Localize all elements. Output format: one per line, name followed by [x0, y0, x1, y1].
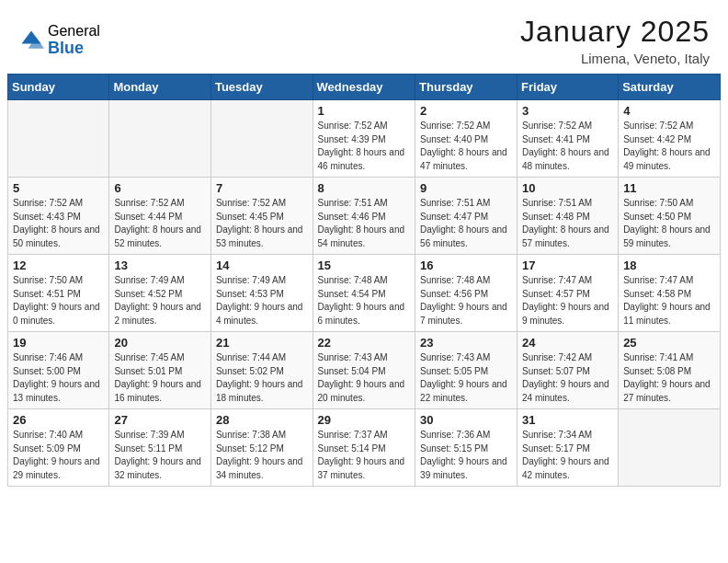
- title-section: January 2025 Limena, Veneto, Italy: [520, 15, 710, 66]
- calendar-cell: 17Sunrise: 7:47 AM Sunset: 4:57 PM Dayli…: [518, 255, 619, 332]
- day-info: Sunrise: 7:46 AM Sunset: 5:00 PM Dayligh…: [13, 351, 104, 405]
- logo-icon: [18, 28, 44, 53]
- day-info: Sunrise: 7:52 AM Sunset: 4:45 PM Dayligh…: [216, 197, 308, 250]
- day-number: 3: [522, 104, 613, 118]
- day-info: Sunrise: 7:51 AM Sunset: 4:47 PM Dayligh…: [420, 197, 512, 250]
- calendar-table: Sunday Monday Tuesday Wednesday Thursday…: [7, 74, 721, 487]
- day-number: 1: [318, 104, 411, 118]
- day-number: 30: [420, 413, 512, 427]
- day-info: Sunrise: 7:52 AM Sunset: 4:42 PM Dayligh…: [623, 120, 715, 173]
- calendar-body: 1Sunrise: 7:52 AM Sunset: 4:39 PM Daylig…: [8, 100, 721, 487]
- day-info: Sunrise: 7:51 AM Sunset: 4:46 PM Dayligh…: [318, 197, 411, 250]
- month-title: January 2025: [520, 15, 710, 49]
- location: Limena, Veneto, Italy: [520, 51, 710, 66]
- day-number: 15: [318, 259, 411, 272]
- day-info: Sunrise: 7:52 AM Sunset: 4:39 PM Dayligh…: [318, 120, 411, 173]
- day-number: 28: [216, 413, 308, 427]
- calendar-cell: [210, 100, 313, 178]
- day-info: Sunrise: 7:50 AM Sunset: 4:50 PM Dayligh…: [623, 197, 715, 250]
- header-monday: Monday: [109, 75, 211, 100]
- day-number: 24: [522, 336, 613, 350]
- day-number: 13: [114, 259, 206, 272]
- day-number: 2: [420, 104, 512, 118]
- calendar-container: Sunday Monday Tuesday Wednesday Thursday…: [0, 74, 728, 494]
- calendar-cell: 21Sunrise: 7:44 AM Sunset: 5:02 PM Dayli…: [210, 332, 313, 409]
- day-number: 18: [623, 259, 715, 272]
- day-number: 17: [522, 259, 613, 272]
- calendar-week-3: 12Sunrise: 7:50 AM Sunset: 4:51 PM Dayli…: [8, 255, 721, 332]
- calendar-cell: 25Sunrise: 7:41 AM Sunset: 5:08 PM Dayli…: [619, 332, 721, 409]
- day-number: 11: [623, 181, 715, 195]
- day-number: 8: [318, 181, 411, 195]
- day-number: 12: [13, 259, 104, 272]
- calendar-cell: 4Sunrise: 7:52 AM Sunset: 4:42 PM Daylig…: [619, 100, 721, 178]
- calendar-cell: 6Sunrise: 7:52 AM Sunset: 4:44 PM Daylig…: [109, 178, 211, 255]
- calendar-cell: 12Sunrise: 7:50 AM Sunset: 4:51 PM Dayli…: [8, 255, 109, 332]
- day-info: Sunrise: 7:34 AM Sunset: 5:17 PM Dayligh…: [522, 429, 613, 482]
- calendar-cell: 27Sunrise: 7:39 AM Sunset: 5:11 PM Dayli…: [109, 409, 211, 487]
- calendar-cell: 11Sunrise: 7:50 AM Sunset: 4:50 PM Dayli…: [619, 178, 721, 255]
- day-number: 21: [216, 336, 308, 350]
- calendar-cell: [109, 100, 211, 178]
- calendar-cell: 19Sunrise: 7:46 AM Sunset: 5:00 PM Dayli…: [8, 332, 109, 409]
- calendar-cell: 10Sunrise: 7:51 AM Sunset: 4:48 PM Dayli…: [518, 178, 619, 255]
- day-number: 31: [522, 413, 613, 427]
- calendar-cell: 23Sunrise: 7:43 AM Sunset: 5:05 PM Dayli…: [415, 332, 518, 409]
- calendar-cell: 22Sunrise: 7:43 AM Sunset: 5:04 PM Dayli…: [313, 332, 415, 409]
- calendar-cell: 20Sunrise: 7:45 AM Sunset: 5:01 PM Dayli…: [109, 332, 211, 409]
- day-number: 7: [216, 181, 308, 195]
- day-info: Sunrise: 7:42 AM Sunset: 5:07 PM Dayligh…: [522, 351, 613, 405]
- day-number: 4: [623, 104, 715, 118]
- header-wednesday: Wednesday: [313, 75, 415, 100]
- day-number: 29: [318, 413, 411, 427]
- calendar-week-4: 19Sunrise: 7:46 AM Sunset: 5:00 PM Dayli…: [8, 332, 721, 409]
- day-info: Sunrise: 7:52 AM Sunset: 4:41 PM Dayligh…: [522, 120, 613, 173]
- calendar-cell: 18Sunrise: 7:47 AM Sunset: 4:58 PM Dayli…: [619, 255, 721, 332]
- day-info: Sunrise: 7:44 AM Sunset: 5:02 PM Dayligh…: [216, 351, 308, 405]
- calendar-cell: 30Sunrise: 7:36 AM Sunset: 5:15 PM Dayli…: [415, 409, 518, 487]
- logo-general: General: [48, 23, 100, 40]
- calendar-cell: 29Sunrise: 7:37 AM Sunset: 5:14 PM Dayli…: [313, 409, 415, 487]
- day-info: Sunrise: 7:47 AM Sunset: 4:57 PM Dayligh…: [522, 274, 613, 327]
- day-number: 26: [13, 413, 104, 427]
- calendar-cell: 15Sunrise: 7:48 AM Sunset: 4:54 PM Dayli…: [313, 255, 415, 332]
- day-info: Sunrise: 7:49 AM Sunset: 4:52 PM Dayligh…: [114, 274, 206, 327]
- day-number: 14: [216, 259, 308, 272]
- calendar-cell: [8, 100, 109, 178]
- header-tuesday: Tuesday: [210, 75, 313, 100]
- header-row: Sunday Monday Tuesday Wednesday Thursday…: [8, 75, 721, 100]
- calendar-cell: [619, 409, 721, 487]
- logo: General Blue: [18, 23, 100, 57]
- header-saturday: Saturday: [619, 75, 721, 100]
- day-info: Sunrise: 7:51 AM Sunset: 4:48 PM Dayligh…: [522, 197, 613, 250]
- day-info: Sunrise: 7:45 AM Sunset: 5:01 PM Dayligh…: [114, 351, 206, 405]
- day-info: Sunrise: 7:48 AM Sunset: 4:54 PM Dayligh…: [318, 274, 411, 327]
- calendar-cell: 3Sunrise: 7:52 AM Sunset: 4:41 PM Daylig…: [518, 100, 619, 178]
- day-number: 5: [13, 181, 104, 195]
- day-number: 9: [420, 181, 512, 195]
- page-header: General Blue January 2025 Limena, Veneto…: [0, 0, 728, 74]
- calendar-cell: 2Sunrise: 7:52 AM Sunset: 4:40 PM Daylig…: [415, 100, 518, 178]
- day-info: Sunrise: 7:38 AM Sunset: 5:12 PM Dayligh…: [216, 429, 308, 482]
- calendar-cell: 7Sunrise: 7:52 AM Sunset: 4:45 PM Daylig…: [210, 178, 313, 255]
- day-number: 25: [623, 336, 715, 350]
- calendar-cell: 24Sunrise: 7:42 AM Sunset: 5:07 PM Dayli…: [518, 332, 619, 409]
- day-number: 20: [114, 336, 206, 350]
- header-friday: Friday: [518, 75, 619, 100]
- calendar-week-2: 5Sunrise: 7:52 AM Sunset: 4:43 PM Daylig…: [8, 178, 721, 255]
- day-info: Sunrise: 7:52 AM Sunset: 4:43 PM Dayligh…: [13, 197, 104, 250]
- day-number: 10: [522, 181, 613, 195]
- header-sunday: Sunday: [8, 75, 109, 100]
- day-number: 19: [13, 336, 104, 350]
- calendar-cell: 28Sunrise: 7:38 AM Sunset: 5:12 PM Dayli…: [210, 409, 313, 487]
- calendar-cell: 9Sunrise: 7:51 AM Sunset: 4:47 PM Daylig…: [415, 178, 518, 255]
- day-info: Sunrise: 7:52 AM Sunset: 4:40 PM Dayligh…: [420, 120, 512, 173]
- day-number: 6: [114, 181, 206, 195]
- day-info: Sunrise: 7:41 AM Sunset: 5:08 PM Dayligh…: [623, 351, 715, 405]
- calendar-header: Sunday Monday Tuesday Wednesday Thursday…: [8, 75, 721, 100]
- calendar-cell: 5Sunrise: 7:52 AM Sunset: 4:43 PM Daylig…: [8, 178, 109, 255]
- calendar-cell: 26Sunrise: 7:40 AM Sunset: 5:09 PM Dayli…: [8, 409, 109, 487]
- day-number: 27: [114, 413, 206, 427]
- day-info: Sunrise: 7:47 AM Sunset: 4:58 PM Dayligh…: [623, 274, 715, 327]
- day-number: 22: [318, 336, 411, 350]
